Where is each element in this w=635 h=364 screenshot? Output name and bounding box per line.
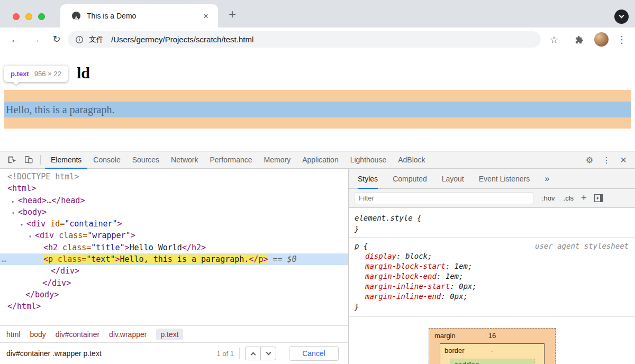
breadcrumb-div-wrapper[interactable]: div.wrapper xyxy=(109,330,147,339)
css-declaration[interactable]: margin-block-end: 1em; xyxy=(355,271,630,281)
tab-layout[interactable]: Layout xyxy=(442,169,464,189)
dom-tree-line[interactable]: <html> xyxy=(0,183,348,194)
tab-event-listeners[interactable]: Event Listeners xyxy=(479,169,530,189)
tab-performance[interactable]: Performance xyxy=(204,151,258,169)
navigation-bar: ← → ↻ 文件 /Users/germey/Projects/scratch/… xyxy=(0,28,635,51)
traffic-light-close[interactable] xyxy=(13,13,20,20)
find-input[interactable] xyxy=(6,349,181,358)
box-model-padding-label: padding xyxy=(455,361,479,364)
traffic-light-fullscreen[interactable] xyxy=(38,13,45,20)
tab-network[interactable]: Network xyxy=(165,151,204,169)
tab-strip: This is a Demo × + xyxy=(0,0,635,28)
devtools-close-icon[interactable]: × xyxy=(616,152,631,167)
css-declaration[interactable]: margin-inline-start: 0px; xyxy=(355,281,630,292)
styles-content: element.style { } p { user agent stylesh… xyxy=(349,208,635,364)
back-button[interactable]: ← xyxy=(8,32,22,46)
dom-tree-line[interactable]: </body> xyxy=(0,289,348,301)
new-style-rule-icon[interactable]: + xyxy=(581,193,587,204)
breadcrumb-body[interactable]: body xyxy=(30,330,46,339)
traffic-light-minimize[interactable] xyxy=(25,13,32,20)
new-tab-button[interactable]: + xyxy=(224,6,240,22)
dom-tree-line[interactable]: ▾<div id="container"> xyxy=(0,218,348,230)
find-bar-divider xyxy=(239,348,240,359)
find-previous-button[interactable] xyxy=(245,347,261,360)
breadcrumb-p-text[interactable]: p.text xyxy=(156,329,183,340)
rule-close-brace: } xyxy=(355,302,630,312)
tab-close-icon[interactable]: × xyxy=(201,11,211,22)
box-model-border-top-value[interactable]: - xyxy=(440,347,544,354)
more-actions-indicator[interactable]: … xyxy=(2,253,6,265)
find-bar: 1 of 1 Cancel xyxy=(0,342,348,364)
tab-memory[interactable]: Memory xyxy=(258,151,297,169)
css-declaration[interactable]: display: block; xyxy=(355,251,630,261)
box-model-margin-top-value[interactable]: 16 xyxy=(429,332,555,340)
highlight-margin-top xyxy=(4,90,631,102)
tooltip-dimensions: 956 × 22 xyxy=(34,70,61,78)
tab-styles[interactable]: Styles xyxy=(358,169,378,189)
tab-elements[interactable]: Elements xyxy=(45,151,87,169)
find-next-button[interactable] xyxy=(260,347,276,360)
rule-divider xyxy=(349,316,635,317)
tooltip-selector: p.text xyxy=(11,70,29,78)
rule-selector[interactable]: p { xyxy=(355,241,368,251)
url-text[interactable]: /Users/germey/Projects/scratch/test.html xyxy=(111,35,253,44)
devtools-toolbar: Elements Console Sources Network Perform… xyxy=(0,151,635,169)
forward-button[interactable]: → xyxy=(29,32,42,46)
element-style-open[interactable]: element.style { xyxy=(355,213,635,224)
highlighted-paragraph[interactable]: Hello, this is a paragraph. xyxy=(4,102,631,117)
scheme-label: 文件 xyxy=(89,35,104,44)
dom-tree-line[interactable]: ▾<div class="wrapper"> xyxy=(0,230,348,241)
tab-lighthouse[interactable]: Lighthouse xyxy=(344,151,393,169)
page-heading-clipped: ld xyxy=(77,64,90,82)
styles-filter-input[interactable] xyxy=(355,192,533,204)
rule-origin: user agent stylesheet xyxy=(535,241,630,251)
tab-application[interactable]: Application xyxy=(296,151,344,169)
dom-tree-line[interactable]: <!DOCTYPE html> xyxy=(0,171,348,183)
elements-pane: <!DOCTYPE html> <html> ▸<head>…</head> ▾… xyxy=(0,169,349,364)
tab-overflow-icon[interactable]: » xyxy=(545,174,549,184)
breadcrumb: html body div#container div.wrapper p.te… xyxy=(0,325,348,342)
extensions-puzzle-icon[interactable] xyxy=(573,33,586,47)
element-style-rule[interactable]: element.style { } xyxy=(349,208,635,237)
css-declaration[interactable]: margin-inline-end: 0px; xyxy=(355,292,630,302)
user-agent-rule[interactable]: p { user agent stylesheet display: block… xyxy=(349,238,635,316)
devtools-menu-kebab-icon[interactable]: ⋮ xyxy=(599,152,614,167)
bookmark-star-icon[interactable]: ☆ xyxy=(547,33,561,47)
dom-tree-line[interactable]: </div> xyxy=(0,265,348,277)
toggle-hover-state-button[interactable]: :hov xyxy=(542,194,555,202)
page-viewport: ld p.text 956 × 22 Hello, this is a para… xyxy=(0,51,635,151)
breadcrumb-div-container[interactable]: div#container xyxy=(56,330,99,339)
dom-tree-line[interactable]: ▾<body> xyxy=(0,206,348,218)
tooltip-caret xyxy=(13,78,20,85)
tab-adblock[interactable]: AdBlock xyxy=(392,151,431,169)
toggle-sidebar-icon[interactable] xyxy=(594,194,603,202)
devtools-settings-gear-icon[interactable]: ⚙ xyxy=(582,152,597,167)
reload-button[interactable]: ↻ xyxy=(50,32,64,46)
dom-tree: <!DOCTYPE html> <html> ▸<head>…</head> ▾… xyxy=(0,169,348,325)
browser-update-chevron-button[interactable] xyxy=(614,10,629,24)
device-toolbar-icon[interactable] xyxy=(21,152,36,167)
dom-tree-line-selected[interactable]: …<p class="text">Hello, this is a paragr… xyxy=(0,253,348,265)
address-bar[interactable]: 文件 /Users/germey/Projects/scratch/test.h… xyxy=(68,31,541,48)
css-declaration[interactable]: margin-block-start: 1em; xyxy=(355,261,630,271)
dom-tree-line[interactable]: </html> xyxy=(0,301,348,312)
toggle-class-button[interactable]: .cls xyxy=(564,194,574,202)
tab-console[interactable]: Console xyxy=(87,151,126,169)
tab-computed[interactable]: Computed xyxy=(393,169,427,189)
dom-tree-line[interactable]: ▸<head>…</head> xyxy=(0,195,348,206)
browser-tab[interactable]: This is a Demo × xyxy=(60,4,218,28)
tab-sources[interactable]: Sources xyxy=(126,151,165,169)
dom-tree-line[interactable]: <h2 class="title">Hello World</h2> xyxy=(0,242,348,253)
inspect-element-icon[interactable] xyxy=(4,152,19,167)
browser-menu-kebab-icon[interactable]: ⋮ xyxy=(615,33,629,47)
box-model-diagram[interactable]: margin 16 border - padding xyxy=(429,328,556,364)
info-icon[interactable] xyxy=(75,35,84,44)
box-model-border-box[interactable]: border - padding xyxy=(440,343,545,364)
box-model-padding-box[interactable]: padding xyxy=(450,359,534,364)
profile-avatar[interactable] xyxy=(594,32,609,47)
breadcrumb-html[interactable]: html xyxy=(6,330,20,339)
dom-tree-line[interactable]: </div> xyxy=(0,277,348,289)
cancel-button[interactable]: Cancel xyxy=(289,346,339,361)
element-style-close: } xyxy=(355,224,635,235)
highlight-margin-bottom xyxy=(4,117,631,129)
